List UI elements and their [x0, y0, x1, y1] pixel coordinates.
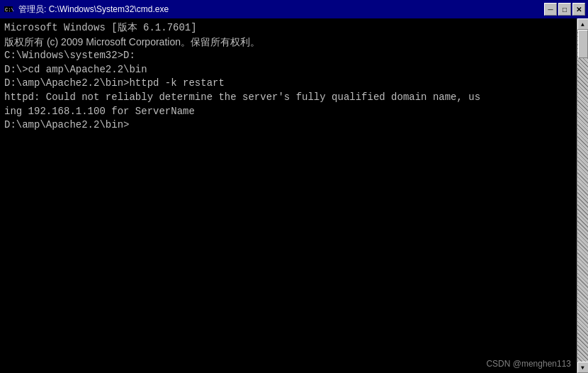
window-title: 管理员: C:\Windows\System32\cmd.exe [18, 4, 169, 16]
watermark: CSDN @menghen113 [486, 359, 571, 369]
close-button[interactable]: ✕ [572, 3, 585, 16]
terminal-line-line8: D:\amp\Apache2.2\bin>httpd -k restart [4, 77, 572, 91]
terminal-line-line12: D:\amp\Apache2.2\bin> [4, 118, 572, 133]
terminal-output[interactable]: Microsoft Windows [版本 6.1.7601]版权所有 (c) … [0, 18, 577, 373]
cmd-icon: C:\ [3, 4, 14, 15]
title-bar-left: C:\ 管理员: C:\Windows\System32\cmd.exe [3, 4, 169, 16]
scroll-down-button[interactable]: ▼ [577, 362, 589, 373]
scrollbar[interactable]: ▲ ▼ [577, 18, 588, 373]
terminal-line-line2: 版权所有 (c) 2009 Microsoft Corporation。保留所有… [4, 35, 572, 50]
title-bar-buttons[interactable]: ─ □ ✕ [544, 3, 585, 16]
scroll-track[interactable] [577, 30, 588, 362]
title-bar: C:\ 管理员: C:\Windows\System32\cmd.exe ─ □… [0, 0, 588, 18]
maximize-button[interactable]: □ [558, 3, 571, 16]
terminal-line-line10: ing 192.168.1.100 for ServerName [4, 105, 572, 119]
terminal-line-line9: httpd: Could not reliably determine the … [4, 91, 572, 105]
terminal-line-line6: D:\>cd amp\Apache2.2\bin [4, 63, 572, 77]
scroll-thumb[interactable] [578, 30, 588, 58]
terminal-line-line4: C:\Windows\system32>D: [4, 49, 572, 63]
svg-text:C:\: C:\ [5, 7, 14, 13]
scroll-up-button[interactable]: ▲ [577, 18, 589, 30]
minimize-button[interactable]: ─ [544, 3, 557, 16]
window-body: Microsoft Windows [版本 6.1.7601]版权所有 (c) … [0, 18, 588, 373]
terminal-line-line1: Microsoft Windows [版本 6.1.7601] [4, 21, 572, 35]
